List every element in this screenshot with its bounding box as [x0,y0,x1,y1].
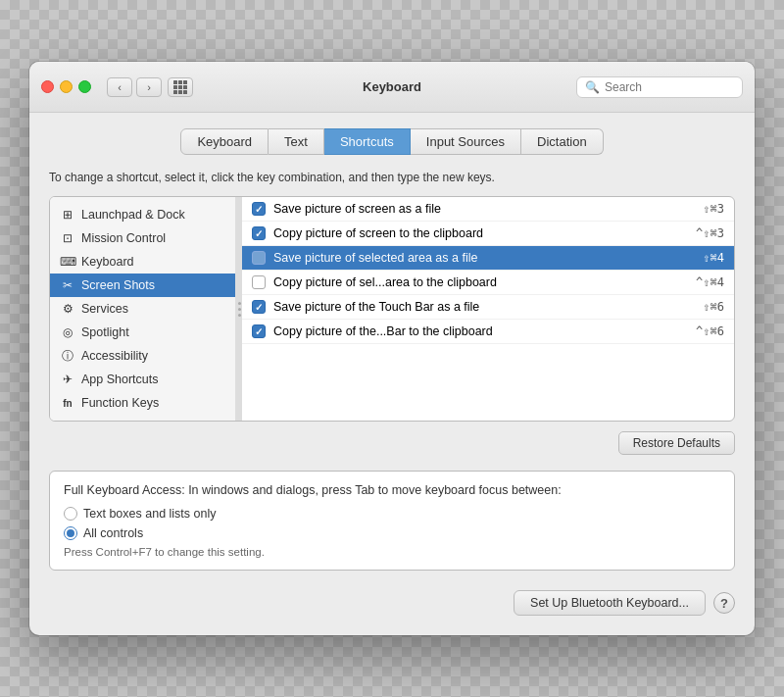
shortcut-label-copy-area: Copy picture of sel...area to the clipbo… [273,275,688,289]
footer: Set Up Bluetooth Keyboard... ? [49,586,735,616]
search-input[interactable] [605,80,734,94]
tab-input-sources[interactable]: Input Sources [411,128,521,155]
bottom-bar: Restore Defaults [49,431,735,455]
forward-button[interactable]: › [136,77,162,97]
sidebar-item-mission-control[interactable]: ⊡ Mission Control [50,226,235,250]
shortcut-label-copy-touchbar: Copy picture of the...Bar to the clipboa… [273,324,688,338]
keyboard-access-title: Full Keyboard Access: In windows and dia… [64,483,720,497]
shortcut-row-save-touchbar[interactable]: Save picture of the Touch Bar as a file … [242,295,734,320]
sidebar-label-mission-control: Mission Control [81,231,166,245]
back-button[interactable]: ‹ [107,77,132,97]
shortcut-label-save-area: Save picture of selected area as a file [273,251,695,265]
shortcut-label-save-screen: Save picture of screen as a file [273,202,695,216]
radio-label-all-controls: All controls [83,526,143,540]
screenshots-icon: ✂ [60,277,75,293]
search-box[interactable]: 🔍 [576,76,743,98]
shortcut-key-copy-touchbar: ^⇧⌘6 [696,324,724,338]
sidebar-label-screenshots: Screen Shots [81,278,155,292]
bluetooth-keyboard-button[interactable]: Set Up Bluetooth Keyboard... [514,590,706,616]
accessibility-icon: ⓘ [60,348,75,364]
sidebar-item-screenshots[interactable]: ✂ Screen Shots [50,274,235,297]
grid-icon [173,80,187,94]
forward-icon: › [147,81,151,93]
shortcut-row-copy-screen[interactable]: Copy picture of screen to the clipboard … [242,222,734,246]
spotlight-icon: ◎ [60,324,75,340]
sidebar-label-keyboard: Keyboard [81,255,134,269]
keyboard-preferences-window: ‹ › Keyboard 🔍 Keyboard Text Shortcuts [29,62,755,635]
checkbox-copy-screen[interactable] [252,226,266,240]
tab-text[interactable]: Text [269,128,324,155]
grid-button[interactable] [168,77,193,97]
instructions-text: To change a shortcut, select it, click t… [49,171,735,184]
restore-defaults-button[interactable]: Restore Defaults [618,431,735,455]
sidebar-item-app-shortcuts[interactable]: ✈ App Shortcuts [50,368,235,391]
radio-option-all-controls[interactable]: All controls [64,526,720,540]
checkbox-save-screen[interactable] [252,202,266,216]
shortcut-row-save-screen[interactable]: Save picture of screen as a file ⇧⌘3 [242,197,734,222]
radio-option-text-boxes[interactable]: Text boxes and lists only [64,507,720,521]
sidebar-item-accessibility[interactable]: ⓘ Accessibility [50,344,235,368]
sidebar-label-launchpad: Launchpad & Dock [81,208,185,222]
radio-label-text-boxes: Text boxes and lists only [83,507,217,521]
help-button[interactable]: ? [713,592,735,614]
search-icon: 🔍 [585,80,600,94]
tab-dictation[interactable]: Dictation [521,128,604,155]
shortcut-row-copy-touchbar[interactable]: Copy picture of the...Bar to the clipboa… [242,320,734,344]
window-title: Keyboard [363,79,421,94]
checkbox-save-area[interactable] [252,251,266,265]
sidebar-item-function-keys[interactable]: fn Function Keys [50,391,235,415]
checkbox-copy-touchbar[interactable] [252,324,266,338]
sidebar-label-function-keys: Function Keys [81,396,159,410]
shortcut-key-save-touchbar: ⇧⌘6 [703,300,724,314]
shortcut-key-save-area: ⇧⌘4 [703,251,724,265]
keyboard-icon: ⌨ [60,254,75,270]
back-icon: ‹ [118,81,122,93]
checkbox-save-touchbar[interactable] [252,300,266,314]
mission-control-icon: ⊡ [60,230,75,246]
sidebar-label-app-shortcuts: App Shortcuts [81,373,159,386]
keyboard-access-hint: Press Control+F7 to change this setting. [64,546,720,558]
checkbox-copy-area[interactable] [252,275,266,289]
resize-dots [238,302,241,317]
radio-all-controls[interactable] [64,526,77,540]
shortcut-label-copy-screen: Copy picture of screen to the clipboard [273,226,688,240]
tab-shortcuts[interactable]: Shortcuts [324,128,411,155]
tab-keyboard[interactable]: Keyboard [180,128,269,155]
close-button[interactable] [41,80,54,93]
sidebar-label-services: Services [81,302,128,316]
titlebar: ‹ › Keyboard 🔍 [29,62,755,113]
main-content: Keyboard Text Shortcuts Input Sources Di… [29,113,755,635]
traffic-lights [41,80,91,93]
maximize-button[interactable] [78,80,91,93]
keyboard-access-section: Full Keyboard Access: In windows and dia… [49,471,735,571]
sidebar-item-spotlight[interactable]: ◎ Spotlight [50,321,235,344]
launchpad-icon: ⊞ [60,207,75,223]
shortcut-key-copy-screen: ^⇧⌘3 [696,226,724,240]
main-panel: ⊞ Launchpad & Dock ⊡ Mission Control ⌨ K… [49,196,735,422]
sidebar: ⊞ Launchpad & Dock ⊡ Mission Control ⌨ K… [50,197,236,421]
services-icon: ⚙ [60,301,75,317]
sidebar-item-services[interactable]: ⚙ Services [50,297,235,321]
function-keys-icon: fn [60,395,75,411]
nav-buttons: ‹ › [107,77,162,97]
sidebar-item-keyboard[interactable]: ⌨ Keyboard [50,250,235,274]
tab-bar: Keyboard Text Shortcuts Input Sources Di… [49,128,735,155]
minimize-button[interactable] [60,80,73,93]
shortcut-label-save-touchbar: Save picture of the Touch Bar as a file [273,300,695,314]
sidebar-label-accessibility: Accessibility [81,349,148,363]
shortcut-key-copy-area: ^⇧⌘4 [696,275,724,289]
shortcut-row-copy-area[interactable]: Copy picture of sel...area to the clipbo… [242,271,734,295]
radio-text-boxes[interactable] [64,507,77,521]
sidebar-item-launchpad[interactable]: ⊞ Launchpad & Dock [50,203,235,226]
sidebar-label-spotlight: Spotlight [81,325,129,339]
shortcut-key-save-screen: ⇧⌘3 [703,202,724,216]
shortcuts-list: Save picture of screen as a file ⇧⌘3 Cop… [242,197,734,421]
app-shortcuts-icon: ✈ [60,372,75,387]
shortcut-row-save-area[interactable]: Save picture of selected area as a file … [242,246,734,271]
